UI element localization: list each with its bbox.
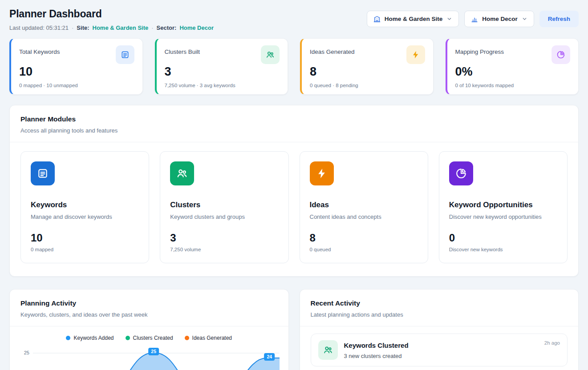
lightning-icon: [310, 161, 334, 185]
topbar-controls: Home & Garden Site Home Decor Refresh: [367, 11, 579, 27]
topbar-left: Planner Dashboard Last updated: 05:31:21…: [9, 8, 214, 31]
legend-dot-blue: [66, 336, 70, 340]
legend-item-keywords-added[interactable]: Keywords Added: [66, 335, 114, 341]
module-detail: Discover new keywords: [449, 247, 557, 252]
legend-item-clusters-created[interactable]: Clusters Created: [126, 335, 173, 341]
last-updated-text: Last updated: 05:31:21: [9, 24, 69, 31]
recent-activity-subtitle: Latest planning actions and updates: [311, 311, 568, 318]
planner-dashboard-page: Planner Dashboard Last updated: 05:31:21…: [0, 0, 588, 370]
module-detail: 7,250 volume: [170, 247, 278, 252]
legend-label: Ideas Generated: [192, 335, 232, 341]
module-title: Keyword Opportunities: [449, 201, 557, 209]
y-axis-tick-25: 25: [17, 345, 29, 355]
separator-dot: ·: [151, 24, 153, 31]
data-point-label: 24: [264, 353, 275, 361]
recent-activity-title: Recent Activity: [311, 299, 568, 307]
stat-card-mapping-progress: Mapping Progress 0% 0 of 10 keywords map…: [446, 38, 579, 95]
site-selector-value: Home & Garden Site: [385, 16, 443, 22]
activity-item-keywords-clustered: Keywords Clustered 2h ago 3 new clusters…: [311, 334, 568, 366]
area-chart: 25 24: [33, 345, 280, 370]
chart-legend: Keywords Added Clusters Created Ideas Ge…: [10, 326, 288, 341]
activity-title: Keywords Clustered: [344, 340, 409, 349]
module-value: 0: [449, 232, 557, 244]
stat-card-total-keywords: Total Keywords 10 0 mapped · 10 unmapped: [9, 38, 143, 95]
stat-value: 8: [310, 65, 425, 79]
pie-chart-icon: [552, 45, 570, 64]
stat-detail: 7,250 volume · 3 avg keywords: [165, 83, 280, 88]
module-tile-clusters[interactable]: Clusters Keyword clusters and groups 3 7…: [160, 151, 288, 263]
module-title: Ideas: [310, 201, 418, 209]
sector-selector-dropdown[interactable]: Home Decor: [464, 11, 534, 27]
bar-chart-icon: [471, 16, 478, 23]
module-value: 8: [310, 232, 418, 244]
recent-activity-panel: Recent Activity Latest planning actions …: [300, 289, 579, 370]
module-tile-keyword-opportunities[interactable]: Keyword Opportunities Discover new keywo…: [439, 151, 568, 263]
pie-chart-icon: [449, 161, 473, 185]
legend-item-ideas-generated[interactable]: Ideas Generated: [185, 335, 232, 341]
activity-description: 3 new clusters created: [344, 353, 560, 359]
module-detail: 0 queued: [310, 247, 418, 252]
chevron-down-icon: [522, 16, 527, 22]
users-icon: [170, 161, 194, 185]
users-icon: [318, 340, 338, 360]
stat-detail: 0 of 10 keywords mapped: [455, 83, 571, 88]
refresh-button[interactable]: Refresh: [539, 11, 579, 27]
planning-activity-panel: Planning Activity Keywords, clusters, an…: [9, 289, 289, 370]
planner-modules-header: Planner Modules Access all planning tool…: [10, 105, 578, 142]
planner-modules-subtitle: Access all planning tools and features: [20, 127, 568, 134]
recent-activity-header: Recent Activity Latest planning actions …: [300, 290, 579, 326]
module-title: Keywords: [31, 201, 139, 209]
lightning-icon: [406, 45, 425, 64]
page-subline: Last updated: 05:31:21 · Site: Home & Ga…: [9, 24, 214, 31]
sector-selector-value: Home Decor: [482, 16, 518, 22]
building-icon: [373, 16, 381, 23]
stat-label: Mapping Progress: [455, 48, 504, 55]
module-description: Content ideas and concepts: [310, 213, 418, 220]
planning-activity-title: Planning Activity: [20, 299, 278, 307]
sector-label: Sector:: [157, 24, 177, 31]
sector-link[interactable]: Home Decor: [179, 24, 214, 31]
module-detail: 0 mapped: [31, 247, 139, 252]
planner-modules-panel: Planner Modules Access all planning tool…: [9, 105, 579, 277]
activity-body: Keywords Clustered 2h ago 3 new clusters…: [344, 340, 560, 359]
stat-detail: 0 queued · 8 pending: [310, 83, 425, 88]
stat-detail: 0 mapped · 10 unmapped: [19, 83, 134, 88]
stat-card-ideas-generated: Ideas Generated 8 0 queued · 8 pending: [300, 38, 434, 95]
planning-activity-chart: 25 25 24: [10, 341, 288, 370]
module-tile-ideas[interactable]: Ideas Content ideas and concepts 8 0 que…: [300, 151, 428, 263]
legend-dot-green: [126, 336, 130, 340]
site-selector-dropdown[interactable]: Home & Garden Site: [367, 11, 459, 27]
module-description: Discover new keyword opportunities: [449, 213, 557, 220]
site-link[interactable]: Home & Garden Site: [93, 24, 149, 31]
users-icon: [261, 45, 280, 64]
module-title: Clusters: [170, 201, 278, 209]
stat-card-clusters-built: Clusters Built 3 7,250 volume · 3 avg ke…: [155, 38, 288, 95]
legend-label: Clusters Created: [133, 335, 173, 341]
modules-grid: Keywords Manage and discover keywords 10…: [10, 142, 578, 276]
activity-timestamp: 2h ago: [544, 340, 560, 346]
stats-row: Total Keywords 10 0 mapped · 10 unmapped…: [9, 38, 579, 95]
planning-activity-header: Planning Activity Keywords, clusters, an…: [10, 290, 288, 326]
module-description: Keyword clusters and groups: [170, 213, 278, 220]
stat-label: Ideas Generated: [310, 48, 355, 55]
document-icon: [31, 161, 55, 185]
module-value: 10: [31, 232, 139, 244]
stat-label: Clusters Built: [165, 48, 200, 55]
separator-dot: ·: [72, 24, 73, 31]
document-icon: [116, 45, 134, 64]
planning-activity-subtitle: Keywords, clusters, and ideas over the p…: [20, 311, 278, 318]
module-value: 3: [170, 232, 278, 244]
planner-modules-title: Planner Modules: [20, 115, 568, 123]
topbar: Planner Dashboard Last updated: 05:31:21…: [9, 8, 579, 31]
legend-dot-orange: [185, 336, 189, 340]
stat-value: 10: [19, 65, 134, 79]
data-point-label: 25: [148, 348, 159, 355]
legend-label: Keywords Added: [73, 335, 114, 341]
module-description: Manage and discover keywords: [31, 213, 139, 220]
stat-value: 3: [165, 65, 280, 79]
site-label: Site:: [77, 24, 89, 31]
stat-value: 0%: [455, 65, 571, 79]
page-title: Planner Dashboard: [9, 8, 214, 20]
module-tile-keywords[interactable]: Keywords Manage and discover keywords 10…: [20, 151, 149, 263]
chevron-down-icon: [446, 16, 452, 22]
